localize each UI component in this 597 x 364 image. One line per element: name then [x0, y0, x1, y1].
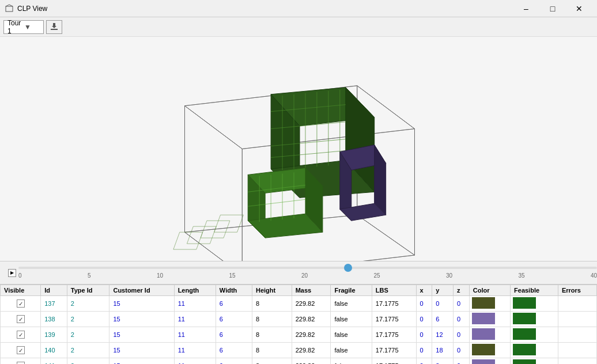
download-icon — [50, 22, 59, 32]
slider-area: ▶ 0 5 10 15 20 25 30 35 40 — [0, 261, 597, 285]
cell-x: 0 — [416, 312, 432, 327]
color-swatch — [472, 328, 495, 340]
cell-visible[interactable] — [1, 343, 41, 358]
dropdown-arrow-icon: ▼ — [24, 23, 40, 31]
cell-customer-id: 15 — [109, 358, 174, 365]
maximize-button[interactable]: □ — [539, 0, 566, 17]
cell-lbs: 17.1775 — [372, 296, 416, 312]
cell-x: 0 — [416, 343, 432, 358]
cell-customer-id: 15 — [109, 343, 174, 358]
feasible-swatch — [513, 328, 536, 340]
cell-color — [469, 312, 510, 327]
cell-mass: 229.82 — [292, 312, 331, 327]
col-header-customer-id: Customer Id — [109, 285, 174, 296]
cell-fragile: false — [331, 358, 372, 365]
cell-height: 8 — [252, 358, 292, 365]
table-row: 139 2 15 11 6 8 229.82 false 17.1775 0 1… — [1, 327, 597, 343]
cell-visible[interactable] — [1, 312, 41, 327]
cell-y: 0 — [432, 296, 454, 312]
cell-errors — [558, 296, 596, 312]
cell-type-id: 2 — [67, 296, 109, 312]
data-table-container[interactable]: Visible Id Type Id Customer Id Length Wi… — [0, 285, 597, 364]
tour-dropdown[interactable]: Tour 1 ▼ — [3, 20, 44, 34]
cell-fragile: false — [331, 327, 372, 343]
cell-lbs: 17.1775 — [372, 312, 416, 327]
slider-thumb[interactable] — [344, 264, 352, 272]
slider-container[interactable]: 0 5 10 15 20 25 30 35 40 — [18, 267, 597, 279]
cell-fragile: false — [331, 312, 372, 327]
cell-height: 8 — [252, 312, 292, 327]
cell-width: 6 — [216, 296, 252, 312]
cell-color — [469, 296, 510, 312]
cell-fragile: false — [331, 296, 372, 312]
slider-track[interactable] — [18, 267, 597, 269]
3d-view[interactable] — [0, 37, 597, 261]
color-swatch — [472, 313, 495, 324]
cell-lbs: 17.1775 — [372, 327, 416, 343]
table-row: 141 2 15 11 6 8 229.82 false 17.1775 0 8… — [1, 358, 597, 365]
cell-z: 0 — [454, 358, 470, 365]
cell-color — [469, 343, 510, 358]
cell-type-id: 2 — [67, 327, 109, 343]
feasible-swatch — [513, 297, 536, 309]
window-title: CLP View — [17, 5, 47, 13]
table-row: 138 2 15 11 6 8 229.82 false 17.1775 0 6… — [1, 312, 597, 327]
cell-z: 0 — [454, 312, 470, 327]
cell-mass: 229.82 — [292, 343, 331, 358]
svg-rect-1 — [51, 29, 58, 30]
cell-id: 138 — [41, 312, 67, 327]
cell-id: 137 — [41, 296, 67, 312]
cell-visible[interactable] — [1, 296, 41, 312]
cell-errors — [558, 343, 596, 358]
cell-color — [469, 358, 510, 365]
cell-length: 11 — [174, 327, 216, 343]
col-header-errors: Errors — [558, 285, 596, 296]
cell-x: 0 — [416, 296, 432, 312]
cell-customer-id: 15 — [109, 327, 174, 343]
cell-width: 6 — [216, 327, 252, 343]
cell-y: 6 — [432, 312, 454, 327]
col-header-z: z — [454, 285, 470, 296]
close-button[interactable]: ✕ — [566, 0, 592, 17]
visibility-checkbox[interactable] — [17, 362, 25, 364]
cell-feasible — [511, 343, 558, 358]
cell-mass: 229.82 — [292, 358, 331, 365]
cell-feasible — [511, 358, 558, 365]
cell-customer-id: 15 — [109, 312, 174, 327]
cell-feasible — [511, 312, 558, 327]
svg-marker-5 — [185, 106, 243, 261]
cell-type-id: 2 — [67, 358, 109, 365]
cell-width: 6 — [216, 358, 252, 365]
cell-y: 8 — [432, 358, 454, 365]
cell-id: 140 — [41, 343, 67, 358]
cell-id: 139 — [41, 327, 67, 343]
cell-fragile: false — [331, 343, 372, 358]
table-row: 137 2 15 11 6 8 229.82 false 17.1775 0 0… — [1, 296, 597, 312]
visibility-checkbox[interactable] — [17, 346, 25, 354]
cell-type-id: 2 — [67, 312, 109, 327]
cell-visible[interactable] — [1, 327, 41, 343]
cell-z: 0 — [454, 327, 470, 343]
visibility-checkbox[interactable] — [17, 299, 25, 308]
color-swatch — [472, 297, 495, 309]
col-header-mass: Mass — [292, 285, 331, 296]
cell-x: 0 — [416, 327, 432, 343]
cell-length: 11 — [174, 358, 216, 365]
table-row: 140 2 15 11 6 8 229.82 false 17.1775 0 1… — [1, 343, 597, 358]
col-header-feasible: Feasible — [511, 285, 558, 296]
cell-errors — [558, 312, 596, 327]
minimize-button[interactable]: – — [513, 0, 539, 17]
visibility-checkbox[interactable] — [17, 331, 25, 339]
visibility-checkbox[interactable] — [17, 315, 25, 323]
col-header-width: Width — [216, 285, 252, 296]
cell-visible[interactable] — [1, 358, 41, 365]
save-button[interactable] — [46, 20, 62, 34]
cell-mass: 229.82 — [292, 296, 331, 312]
cell-z: 0 — [454, 343, 470, 358]
col-header-fragile: Fragile — [331, 285, 372, 296]
cell-type-id: 2 — [67, 343, 109, 358]
cell-feasible — [511, 327, 558, 343]
cell-x: 0 — [416, 358, 432, 365]
play-button[interactable]: ▶ — [8, 269, 16, 277]
col-header-visible: Visible — [1, 285, 41, 296]
